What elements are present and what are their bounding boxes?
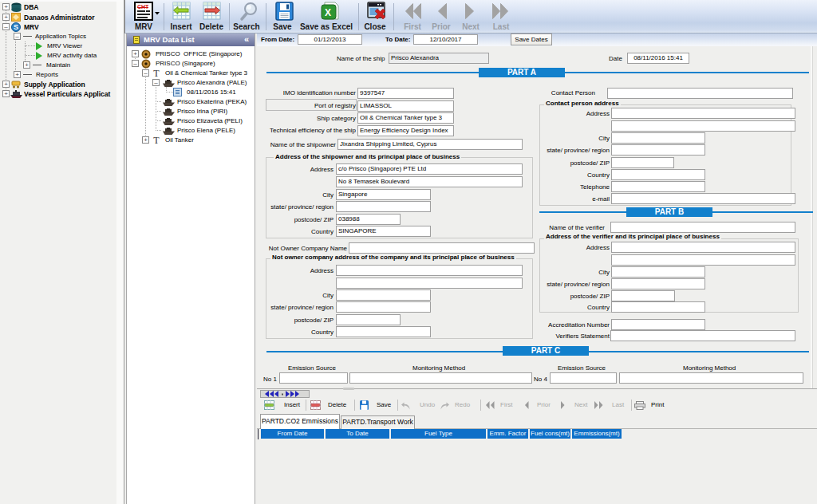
svg-text:X: X <box>325 7 331 18</box>
svg-text:CHT: CHT <box>137 4 149 10</box>
